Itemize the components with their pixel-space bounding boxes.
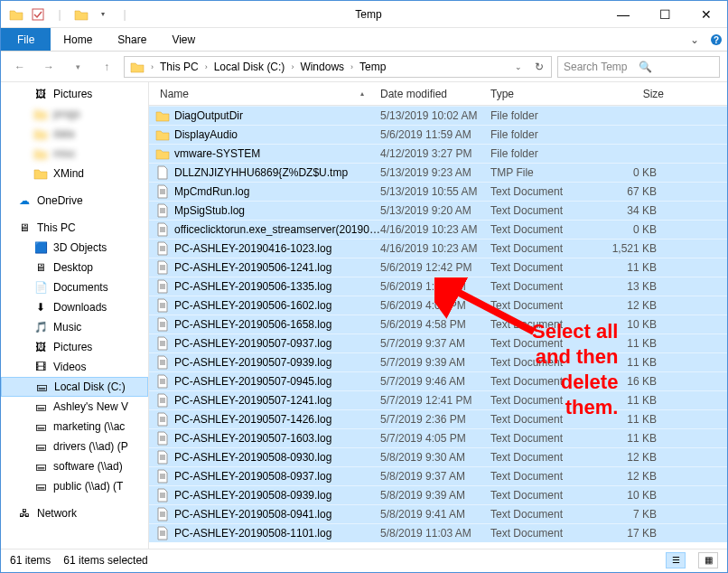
nav-item[interactable]: 🖴Local Disk (C:) (1, 377, 148, 397)
table-row[interactable]: PC-ASHLEY-20190507-1241.log5/7/2019 12:4… (149, 390, 727, 409)
file-rows[interactable]: DiagOutputDir5/13/2019 10:02 AMFile fold… (149, 106, 727, 549)
nav-item[interactable]: 🖴marketing (\\ac (1, 417, 148, 437)
nav-item[interactable]: misc (1, 144, 148, 164)
search-input[interactable]: Search Temp 🔍 (557, 56, 720, 78)
file-tab[interactable]: File (1, 28, 51, 51)
table-row[interactable]: PC-ASHLEY-20190506-1602.log5/6/2019 4:03… (149, 296, 727, 315)
nav-onedrive[interactable]: ☁OneDrive (1, 191, 148, 211)
nav-item[interactable]: 🖼Pictures (1, 337, 148, 357)
nav-item[interactable]: 🖴software (\\ad) (1, 456, 148, 476)
table-row[interactable]: PC-ASHLEY-20190506-1335.log5/6/2019 1:36… (149, 277, 727, 296)
nav-item[interactable]: 🖴public (\\ad) (T (1, 476, 148, 496)
maximize-button[interactable]: ☐ (644, 1, 686, 28)
text-icon (154, 430, 171, 446)
chevron-right-icon[interactable]: › (203, 62, 210, 71)
table-row[interactable]: PC-ASHLEY-20190508-0937.log5/8/2019 9:37… (149, 466, 727, 485)
table-row[interactable]: PC-ASHLEY-20190507-1603.log5/7/2019 4:05… (149, 428, 727, 447)
file-type: Text Document (490, 242, 599, 255)
ribbon-expand-icon[interactable]: ⌄ (684, 28, 705, 51)
nav-icon: 🖴 (33, 399, 48, 414)
close-button[interactable]: ✕ (686, 1, 727, 28)
navigation-pane[interactable]: 🖼Pictures progs data misc XMind ☁OneDriv… (1, 82, 149, 549)
file-type: Text Document (490, 432, 599, 445)
column-date[interactable]: Date modified (380, 88, 490, 100)
drive-icon[interactable] (126, 57, 148, 77)
crumb-localdisk[interactable]: Local Disk (C:) (210, 57, 289, 77)
crumb-windows[interactable]: Windows (296, 57, 348, 77)
crumb-temp[interactable]: Temp (356, 57, 389, 77)
file-icon (154, 164, 171, 181)
nav-item[interactable]: 🖴Ashley's New V (1, 397, 148, 417)
nav-item[interactable]: 🖴drivers (\\ad) (P (1, 437, 148, 456)
crumb-this-pc[interactable]: This PC (156, 57, 202, 77)
table-row[interactable]: DisplayAudio5/6/2019 11:59 AMFile folder (149, 125, 727, 144)
properties-icon[interactable] (28, 5, 48, 24)
help-icon[interactable]: ? (705, 28, 727, 51)
details-view-button[interactable]: ☰ (666, 552, 686, 568)
nav-item[interactable]: 🟦3D Objects (1, 238, 148, 258)
table-row[interactable]: PC-ASHLEY-20190506-1658.log5/6/2019 4:58… (149, 315, 727, 333)
tab-share[interactable]: Share (105, 28, 159, 51)
address-dropdown-icon[interactable]: ⌄ (509, 57, 528, 77)
table-row[interactable]: PC-ASHLEY-20190506-1241.log5/6/2019 12:4… (149, 258, 727, 277)
minimize-button[interactable]: — (602, 1, 644, 28)
table-row[interactable]: PC-ASHLEY-20190508-0939.log5/8/2019 9:39… (149, 485, 727, 504)
table-row[interactable]: PC-ASHLEY-20190508-1101.log5/8/2019 11:0… (149, 523, 727, 542)
nav-this-pc[interactable]: 🖥This PC (1, 218, 148, 238)
chevron-right-icon[interactable]: › (289, 62, 295, 71)
nav-xmind[interactable]: XMind (1, 164, 148, 183)
folder-icon (154, 127, 171, 143)
table-row[interactable]: PC-ASHLEY-20190507-0945.log5/7/2019 9:46… (149, 371, 727, 390)
recent-dropdown-icon[interactable]: ▾ (66, 55, 89, 79)
folder-icon[interactable] (6, 5, 26, 24)
nav-item[interactable]: 🎵Music (1, 317, 148, 337)
chevron-right-icon[interactable]: › (349, 62, 355, 71)
nav-item[interactable]: 🖥Desktop (1, 258, 148, 277)
folder-icon (154, 146, 171, 162)
nav-item[interactable]: data (1, 124, 148, 144)
tab-view[interactable]: View (159, 28, 208, 51)
table-row[interactable]: PC-ASHLEY-20190507-0939.log5/7/2019 9:39… (149, 352, 727, 371)
nav-network[interactable]: 🖧Network (1, 503, 148, 523)
nav-item[interactable]: 🎞Videos (1, 357, 148, 377)
back-button[interactable]: ← (8, 55, 32, 79)
table-row[interactable]: PC-ASHLEY-20190507-0937.log5/7/2019 9:37… (149, 333, 727, 352)
address-bar[interactable]: › This PC › Local Disk (C:) › Windows › … (124, 56, 552, 78)
table-row[interactable]: DLLZNJIZYHHU6869{Z%DZ$U.tmp5/13/2019 9:2… (149, 163, 727, 182)
nav-pictures[interactable]: 🖼Pictures (1, 84, 148, 104)
column-type[interactable]: Type (490, 88, 599, 100)
table-row[interactable]: MpSigStub.log5/13/2019 9:20 AMText Docum… (149, 201, 727, 220)
table-row[interactable]: PC-ASHLEY-20190416-1023.log4/16/2019 10:… (149, 239, 727, 258)
table-row[interactable]: vmware-SYSTEM4/12/2019 3:27 PMFile folde… (149, 144, 727, 163)
column-name[interactable]: Name▴ (149, 88, 380, 100)
file-date: 5/13/2019 9:20 AM (380, 204, 490, 217)
file-name: vmware-SYSTEM (174, 147, 380, 160)
refresh-icon[interactable]: ↻ (529, 57, 549, 77)
nav-item[interactable]: 📄Documents (1, 277, 148, 297)
table-row[interactable]: MpCmdRun.log5/13/2019 10:55 AMText Docum… (149, 182, 727, 201)
column-size[interactable]: Size (599, 88, 680, 100)
nav-item[interactable]: ⬇Downloads (1, 297, 148, 317)
text-icon (154, 221, 171, 238)
file-size: 12 KB (599, 299, 664, 312)
table-row[interactable]: DiagOutputDir5/13/2019 10:02 AMFile fold… (149, 106, 727, 125)
qat-dropdown-icon[interactable]: ▾ (93, 5, 113, 24)
table-row[interactable]: PC-ASHLEY-20190508-0930.log5/8/2019 9:30… (149, 447, 727, 466)
table-row[interactable]: officeclicktorun.exe_streamserver(201904… (149, 220, 727, 239)
nav-item[interactable]: progs (1, 104, 148, 124)
up-button[interactable]: ↑ (95, 55, 118, 79)
chevron-right-icon[interactable]: › (149, 62, 155, 71)
file-date: 5/7/2019 9:39 AM (380, 356, 490, 369)
tab-home[interactable]: Home (51, 28, 105, 51)
folder-icon (33, 166, 48, 181)
new-folder-icon[interactable] (71, 5, 91, 24)
forward-button[interactable]: → (37, 55, 61, 79)
file-type: Text Document (490, 299, 599, 312)
table-row[interactable]: PC-ASHLEY-20190508-0941.log5/8/2019 9:41… (149, 504, 727, 523)
table-row[interactable]: PC-ASHLEY-20190507-1426.log5/7/2019 2:36… (149, 409, 727, 428)
large-icons-view-button[interactable]: ▦ (698, 552, 718, 568)
search-icon[interactable]: 🔍 (639, 61, 714, 73)
window-buttons: — ☐ ✕ (602, 1, 727, 28)
file-size: 17 KB (599, 527, 664, 540)
nav-icon: 🖴 (33, 439, 48, 454)
